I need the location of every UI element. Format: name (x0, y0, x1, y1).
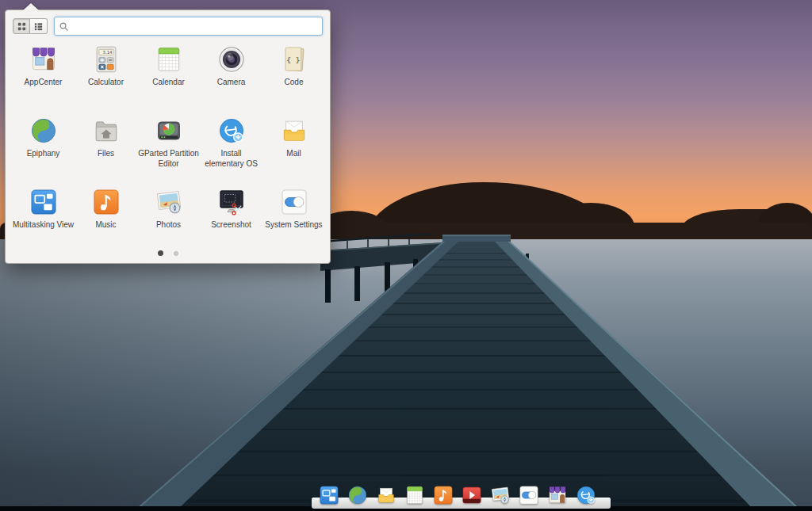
calendar-icon (404, 484, 426, 506)
music-icon (91, 187, 121, 217)
search-icon (59, 21, 69, 32)
app-label: GParted Partition Editor (138, 149, 200, 169)
app-item-photos[interactable]: Photos (137, 185, 200, 257)
app-label: Screenshot (211, 220, 251, 231)
list-view-icon (33, 21, 44, 32)
app-label: Calculator (88, 78, 124, 88)
mail-icon (279, 116, 309, 146)
category-view-button[interactable] (30, 18, 48, 34)
install-elementary-icon (575, 484, 597, 506)
epiphany-icon (29, 116, 59, 146)
videos-icon (461, 484, 483, 506)
app-item-gparted-partition-editor[interactable]: GParted Partition Editor (137, 114, 200, 185)
dock-item-multitasking-view[interactable] (318, 484, 340, 506)
app-label: Music (95, 220, 116, 231)
dock-item-music[interactable] (432, 484, 454, 506)
desktop: AppCenter 3.14 Calculator Calendar Camer… (0, 0, 812, 511)
multitasking-view-icon (318, 484, 340, 506)
app-label: Calendar (152, 78, 185, 88)
app-label: Code (285, 78, 304, 88)
app-grid: AppCenter 3.14 Calculator Calendar Camer… (6, 36, 330, 257)
app-label: Multitasking View (13, 220, 74, 231)
app-item-epiphany[interactable]: Epiphany (12, 114, 75, 185)
code-icon: { } (279, 44, 309, 74)
dock-item-calendar[interactable] (404, 484, 426, 506)
app-label: System Settings (265, 220, 322, 231)
dock-item-appcenter[interactable] (546, 484, 569, 506)
page-dots (6, 250, 330, 256)
svg-text:{ }: { } (286, 55, 300, 64)
app-item-install-elementary-os[interactable]: Install elementary OS (200, 114, 262, 185)
wallpaper-water (0, 239, 812, 511)
dock-items (318, 484, 597, 506)
calendar-icon (154, 44, 184, 74)
app-item-camera[interactable]: Camera (200, 43, 262, 114)
photos-icon (154, 187, 184, 217)
app-label: Photos (156, 220, 181, 231)
music-icon (432, 484, 454, 506)
app-label: Camera (217, 78, 246, 88)
app-label: Epiphany (27, 149, 60, 159)
mail-icon (375, 484, 397, 506)
app-item-calendar[interactable]: Calendar (137, 43, 200, 114)
dock-item-photos[interactable] (489, 484, 511, 506)
camera-icon (216, 44, 247, 74)
dock-item-install-elementary[interactable] (575, 484, 597, 506)
dock (312, 498, 611, 509)
grid-view-button[interactable] (13, 18, 30, 34)
multitasking-view-icon (29, 187, 59, 217)
launcher-header (6, 10, 330, 36)
grid-view-icon (17, 21, 27, 32)
app-item-files[interactable]: Files (75, 114, 137, 185)
page-dot-2[interactable] (174, 251, 178, 256)
app-item-multitasking-view[interactable]: Multitasking View (12, 185, 75, 257)
photos-icon (489, 484, 511, 506)
app-item-appcenter[interactable]: AppCenter (12, 43, 75, 114)
system-settings-icon (518, 484, 540, 506)
app-launcher: AppCenter 3.14 Calculator Calendar Camer… (5, 10, 331, 264)
view-toggle (13, 18, 48, 34)
app-item-screenshot[interactable]: Screenshot (200, 185, 262, 257)
app-item-code[interactable]: { } Code (262, 43, 325, 114)
app-item-system-settings[interactable]: System Settings (262, 185, 325, 257)
dock-item-system-settings[interactable] (518, 484, 540, 506)
app-label: AppCenter (25, 78, 63, 88)
epiphany-icon (347, 484, 369, 506)
dock-item-videos[interactable] (461, 484, 483, 506)
search-field[interactable] (54, 17, 323, 36)
app-item-music[interactable]: Music (75, 185, 137, 257)
files-icon (91, 116, 121, 146)
page-dot-1[interactable] (158, 250, 163, 256)
appcenter-icon (546, 484, 569, 506)
search-input[interactable] (72, 17, 318, 36)
dock-item-mail[interactable] (375, 484, 397, 506)
app-item-calculator[interactable]: 3.14 Calculator (75, 43, 137, 114)
app-label: Install elementary OS (201, 149, 262, 169)
install-elementary-icon (216, 116, 247, 146)
app-label: Mail (286, 149, 301, 159)
gparted-icon (154, 116, 184, 146)
appcenter-icon (29, 44, 59, 74)
screenshot-icon (216, 187, 247, 217)
svg-text:3.14: 3.14 (102, 50, 113, 55)
dock-item-epiphany[interactable] (347, 484, 369, 506)
system-settings-icon (279, 187, 309, 217)
app-label: Files (98, 149, 114, 159)
app-item-mail[interactable]: Mail (262, 114, 325, 185)
calculator-icon: 3.14 (91, 44, 121, 74)
